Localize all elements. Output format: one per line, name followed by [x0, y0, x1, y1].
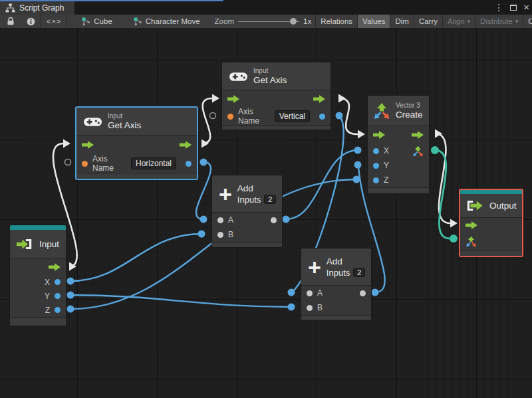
edit-code-button[interactable]: <×>	[41, 15, 66, 28]
wire-input-x-to-add1-b	[70, 234, 201, 281]
node-vector3-create[interactable]: Vector 3 Create X Y Z	[367, 95, 430, 194]
node-get-axis-vertical[interactable]: Input Get Axis Axis Name Vertical	[221, 62, 331, 130]
axis-name-input[interactable]: Horizontal	[131, 157, 176, 169]
graph-node-icon	[134, 17, 142, 26]
code-icon: <×>	[47, 17, 61, 25]
gamepad-icon	[83, 116, 102, 128]
tab-bar: Script Graph ⋮ ×	[0, 0, 532, 15]
control-in-port[interactable]	[466, 221, 477, 229]
port-a-in[interactable]	[307, 290, 313, 296]
graph-toolbar: <×> Cube Character Move Zoom 1x Relation…	[0, 15, 532, 28]
chevron-down-icon: ▾	[515, 18, 519, 25]
node-add-1[interactable]: + Add Inputs 2 A B	[211, 175, 283, 248]
teal-strip	[10, 225, 66, 230]
window-menu-icon[interactable]: ⋮	[494, 2, 503, 13]
plus-icon: +	[219, 184, 232, 204]
node-graph-input[interactable]: Input X Y Z	[9, 225, 66, 326]
control-out-port[interactable]	[313, 95, 325, 103]
inputs-count-input[interactable]: 2	[353, 268, 365, 277]
axis-name-input[interactable]: Vertical	[275, 110, 310, 122]
wire-vector3-to-output	[435, 134, 450, 223]
control-out-port[interactable]	[180, 141, 192, 149]
node-graph-output[interactable]: Output	[459, 189, 523, 257]
node-get-axis-horizontal[interactable]: Input Get Axis Axis Name Horizontal	[75, 106, 198, 180]
port-x-out[interactable]	[55, 279, 61, 285]
axis-value-out-port[interactable]	[319, 114, 325, 120]
wire-input-y-to-add2-b	[70, 295, 291, 307]
chevron-down-icon: ▾	[467, 18, 471, 25]
control-in-port[interactable]	[227, 95, 239, 103]
control-in-port[interactable]	[373, 131, 385, 139]
wire-getaxis-h-to-getaxis-v	[201, 98, 212, 144]
distribute-dropdown: Distribute ▾	[475, 15, 523, 28]
vector3-result-out-port[interactable]	[412, 146, 424, 157]
align-dropdown: Align ▾	[443, 15, 475, 28]
axis-name-port[interactable]	[227, 114, 233, 120]
port-b-in[interactable]	[307, 305, 313, 311]
breadcrumb-cube[interactable]: Cube	[76, 15, 118, 28]
maximize-icon[interactable]	[510, 5, 517, 11]
toggle-overview[interactable]: Overview	[523, 15, 532, 28]
node-add-2[interactable]: + Add Inputs 2 A B	[301, 248, 372, 321]
wire-horizontal-to-add1-a	[196, 162, 211, 219]
port-x-in[interactable]	[373, 148, 379, 154]
gamepad-icon	[229, 70, 248, 82]
port-a-in[interactable]	[217, 217, 223, 223]
plus-icon: +	[308, 257, 321, 277]
toggle-values[interactable]: Values	[358, 15, 390, 28]
axis-name-port[interactable]	[82, 161, 88, 167]
zoom-slider-handle[interactable]	[290, 18, 297, 25]
port-b-in[interactable]	[217, 232, 223, 238]
toggle-dim[interactable]: Dim	[390, 15, 413, 28]
axis-value-out-port[interactable]	[186, 161, 192, 167]
close-icon[interactable]: ×	[523, 4, 529, 11]
lock-icon	[7, 17, 15, 26]
unconnected-port-ring	[65, 159, 71, 165]
unity-script-graph-window: Script Graph ⋮ × <×> Cube Character Move	[0, 0, 532, 398]
toggle-carry[interactable]: Carry	[414, 15, 442, 28]
toggle-relations[interactable]: Relations	[316, 15, 357, 28]
input-door-icon	[15, 238, 34, 250]
graph-node-icon	[82, 17, 90, 26]
sum-out-port[interactable]	[271, 217, 277, 223]
zoom-label: Zoom	[215, 17, 234, 25]
sum-out-port[interactable]	[360, 290, 366, 296]
output-door-icon	[466, 199, 484, 212]
tab-script-graph[interactable]: Script Graph	[0, 1, 74, 15]
unconnected-port-ring	[210, 113, 216, 119]
breadcrumb-character-move[interactable]: Character Move	[128, 15, 205, 28]
control-out-port[interactable]	[49, 263, 61, 271]
port-y-in[interactable]	[373, 163, 379, 169]
wire-getaxis-v-to-vector3	[338, 98, 358, 134]
control-out-port[interactable]	[412, 131, 424, 139]
vector3-icon	[373, 102, 390, 120]
wire-vector3-result-to-output	[435, 150, 450, 239]
zoom-slider[interactable]	[238, 18, 299, 25]
tab-title: Script Graph	[19, 3, 64, 13]
port-y-out[interactable]	[55, 293, 61, 299]
port-z-out[interactable]	[55, 307, 61, 313]
info-button[interactable]	[21, 15, 41, 28]
lock-button[interactable]	[0, 15, 21, 28]
vector3-in-port[interactable]	[466, 236, 477, 247]
graph-canvas[interactable]: Input Get Axis Axis Name Vertical	[0, 28, 532, 398]
info-icon	[27, 17, 35, 26]
inputs-count-input[interactable]: 2	[264, 195, 276, 204]
control-in-port[interactable]	[82, 141, 94, 149]
port-z-in[interactable]	[373, 177, 379, 183]
wire-add1-to-vector3-x	[286, 150, 358, 219]
graph-tree-icon	[5, 3, 15, 13]
zoom-value: 1x	[303, 17, 311, 25]
